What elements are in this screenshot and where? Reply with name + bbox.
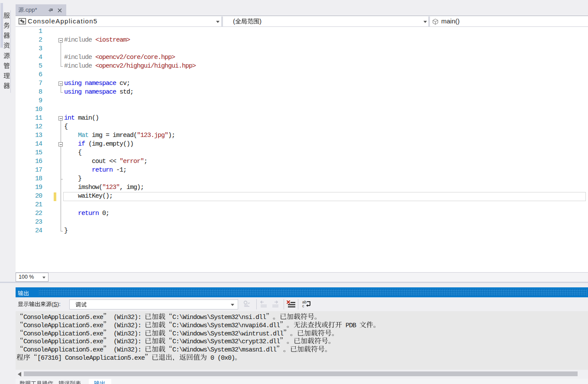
svg-text:c: c [302, 304, 304, 308]
